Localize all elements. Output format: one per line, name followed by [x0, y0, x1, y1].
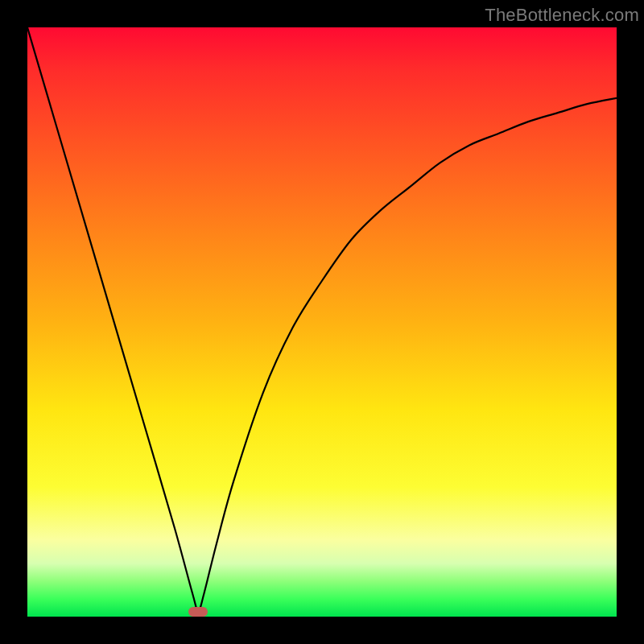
plot-area [27, 27, 617, 617]
bottleneck-curve [27, 27, 617, 617]
chart-frame: TheBottleneck.com [0, 0, 644, 644]
optimal-marker [188, 607, 208, 617]
watermark-text: TheBottleneck.com [485, 5, 639, 26]
